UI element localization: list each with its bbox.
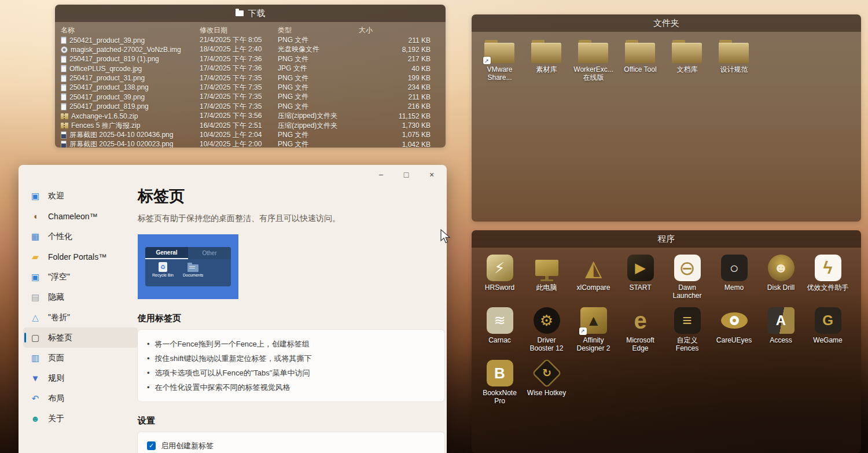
file-date: 10/4/2025 上午 2:04 [200,130,278,140]
file-date: 17/4/2025 下午 7:35 [200,102,278,112]
wise-hotkey-icon: ↻ [531,358,561,388]
table-row[interactable]: Axchange-v1.6.50.zip17/4/2025 下午 3:56压缩(… [61,111,437,120]
program-item[interactable]: ⊖Dawn Launcher [664,253,711,300]
sidebar-item-folder-portals[interactable]: ▰Folder Portals™ [23,246,138,267]
table-row[interactable]: 屏幕截图 2025-04-10 020023.png10/4/2025 上午 2… [61,139,437,148]
this-pc-icon [534,255,560,281]
program-item[interactable]: BBookxNote Pro [476,359,523,406]
sidebar-item-personalization[interactable]: ▦个性化 [23,226,138,246]
table-row[interactable]: magisk_patched-27002_VoNzB.img18/4/2025 … [61,45,437,54]
program-item[interactable]: ▶START [617,253,664,300]
preview-tab-other: Other [188,247,231,259]
file-date: 17/4/2025 下午 7:36 [200,54,278,64]
sidebar-item-rules-funnel[interactable]: ▼规则 [23,368,138,388]
file-type: PNG 文件 [278,73,359,83]
documents-folder-icon [672,40,703,63]
folders-fence: 文件夹 ↗VMware Share...素材库WorkerExc... 在线版O… [472,14,861,222]
sidebar-item-rollup[interactable]: △"卷折" [23,307,138,327]
table-row[interactable]: 250421_product_39.png21/4/2025 下午 8:05PN… [61,35,437,45]
file-type: 光盘映像文件 [278,45,359,54]
file-name: OfficePLUS_qrcode.jpg [69,65,142,73]
affinity-designer-icon: ▲↗ [580,307,607,334]
column-header-size[interactable]: 大小 [359,25,437,35]
folders-fence-body: ↗VMware Share...素材库WorkerExc... 在线版Offic… [472,32,861,222]
file-size: 8,192 KB [359,46,437,54]
sidebar-item-about-person[interactable]: ☻关于 [23,408,138,429]
table-row[interactable]: 屏幕截图 2025-04-10 020436.png10/4/2025 上午 2… [61,130,437,139]
design-spec-folder-icon [719,40,750,63]
careueyes-icon [721,307,748,334]
folder-item[interactable]: 素材库 [523,38,570,82]
program-item[interactable]: GWeGame [804,306,851,353]
sidebar-item-pages[interactable]: ▥页面 [23,348,138,368]
programs-fence-body: ⚡HRSword此电脑◭xlCompare▶START⊖Dawn Launche… [472,248,861,453]
sidebar-item-peek-monitor[interactable]: ▣"浮空" [23,267,138,287]
folder-item[interactable]: WorkerExc... 在线版 [570,38,617,82]
image-file-icon [61,65,67,72]
file-type: PNG 文件 [278,83,359,93]
file-size: 1,075 KB [359,131,437,139]
program-item[interactable]: ◭xlCompare [570,253,617,300]
bullet-text: 将一个Fence拖到另一个Fence上，创建标签组 [155,337,310,351]
program-item[interactable]: ▲↗Affinity Designer 2 [570,306,617,353]
checkbox-checked-icon[interactable]: ✓ [147,441,156,450]
sidebar-item-label: "卷折" [48,312,70,323]
folder-item[interactable]: ↗VMware Share... [476,38,523,82]
sidebar-item-welcome-monitor[interactable]: ▣欢迎 [23,186,138,206]
programs-fence-titlebar[interactable]: 程序 [472,230,861,248]
program-item[interactable]: CareUEyes [711,306,757,353]
image-file-icon [61,84,67,91]
program-item[interactable]: 此电脑 [523,253,570,300]
column-header-date[interactable]: 修改日期 [200,25,278,35]
file-date: 17/4/2025 下午 7:35 [200,83,278,93]
folder-item[interactable]: 设计规范 [711,38,757,82]
column-header-name[interactable]: 名称 [61,25,200,35]
table-row[interactable]: 250417_product_39.png17/4/2025 下午 7:35PN… [61,92,437,101]
file-date: 17/4/2025 下午 7:35 [200,73,278,83]
program-item[interactable]: ≋Carnac [476,306,523,353]
program-label: Carnac [488,336,511,344]
file-type: PNG 文件 [278,92,359,102]
downloads-fence-titlebar[interactable]: 下载 [55,5,446,22]
program-item[interactable]: ⚡HRSword [476,253,523,300]
file-date: 21/4/2025 下午 8:05 [200,35,278,45]
program-item[interactable]: ϟ优效文件助手 [804,253,851,300]
program-item[interactable]: ⚙Driver Booster 12 [523,306,570,353]
preview-recycle-bin: ♻ Recycle Bin [152,262,174,277]
sidebar-item-hide-pages[interactable]: ▤隐藏 [23,287,138,307]
table-row[interactable]: 250417_product_819.png17/4/2025 下午 7:35P… [61,102,437,111]
bullet-dot: • [147,380,150,395]
program-item[interactable]: ○Memo [711,253,757,300]
folder-item[interactable]: Office Tool [617,38,664,82]
folder-item[interactable]: 文档库 [664,38,711,82]
sidebar-item-chameleon[interactable]: ◖Chameleon™ [23,206,138,226]
table-row[interactable]: 250417_product_819 (1).png17/4/2025 下午 7… [61,54,437,64]
column-header-type[interactable]: 类型 [278,25,359,35]
file-name-cell: Fences 5 推广海报.zip [61,121,200,131]
program-item[interactable]: eMicrosoft Edge [617,306,664,353]
file-size: 211 KB [359,93,437,101]
start-launcher-icon: ▶ [627,255,654,281]
usage-heading: 使用标签页 [138,313,444,324]
table-row[interactable]: Fences 5 推广海报.zip16/4/2025 下午 2:51压缩(zip… [61,121,437,130]
program-item[interactable]: ↻Wise Hotkey [523,359,570,406]
image-file-icon [61,103,67,111]
table-row[interactable]: OfficePLUS_qrcode.jpg17/4/2025 下午 7:36JP… [61,64,437,73]
program-item[interactable]: ☻Disk Drill [757,253,804,300]
folders-fence-titlebar[interactable]: 文件夹 [472,14,861,32]
sidebar-item-label: 欢迎 [48,191,64,201]
file-type: PNG 文件 [278,35,359,45]
program-item[interactable]: AAccess [757,306,804,353]
table-row[interactable]: 250417_product_31.png17/4/2025 下午 7:35PN… [61,73,437,83]
shortcut-arrow-icon: ↗ [579,327,587,335]
shortcut-arrow-icon: ↗ [483,57,491,64]
table-row[interactable]: 250417_product_138.png17/4/2025 下午 7:35P… [61,83,437,92]
sidebar-item-label: Chameleon™ [48,212,98,221]
program-item[interactable]: ≡自定义 Fences [664,306,711,353]
downloads-fence: 下载 名称 修改日期 类型 大小 250421_product_39.png21… [55,5,446,148]
page-title: 标签页 [138,186,444,207]
sidebar-item-layout-undo[interactable]: ↶布局 [23,388,138,408]
settings-option[interactable]: ✓启用创建新标签 [147,439,435,452]
file-name-cell: magisk_patched-27002_VoNzB.img [61,46,200,54]
sidebar-item-tabs[interactable]: ▢标签页 [23,327,138,348]
